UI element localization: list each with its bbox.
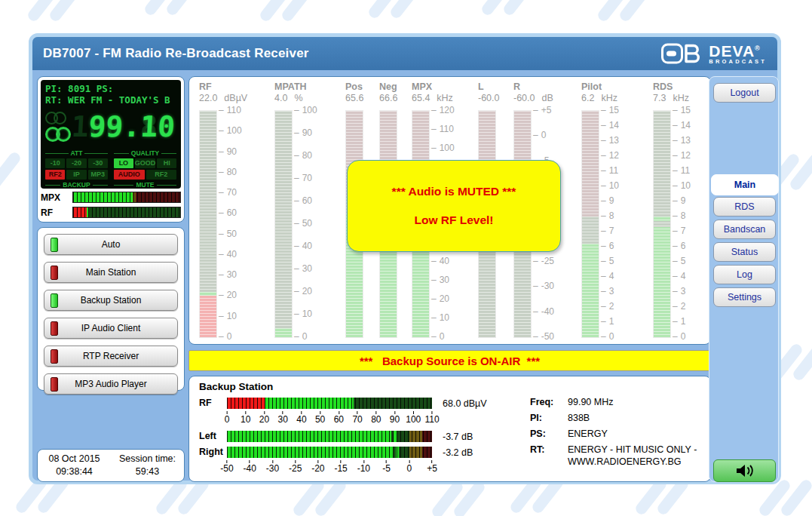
meter-label: L xyxy=(478,81,500,92)
meter-tick: –0 xyxy=(673,331,685,342)
meter-tick: –8 xyxy=(673,210,685,221)
meter-bar xyxy=(274,110,293,338)
meter-tick: –110 xyxy=(431,124,454,134)
indicator-row: AUDIORF2 xyxy=(114,170,176,180)
meter-value: 65.4kHz xyxy=(412,93,453,103)
source-button-ip-audio-client[interactable]: IP Audio Client xyxy=(44,318,178,339)
meter-tick: –0 xyxy=(431,331,444,342)
tab-log[interactable]: Log xyxy=(713,265,776,284)
indicator-ip: IP xyxy=(66,170,86,180)
indicator-row: RF2IPMP3 xyxy=(45,170,108,180)
meter-tick: –70 xyxy=(294,173,312,183)
meter-tick: –-50 xyxy=(533,331,554,342)
source-button-main-station[interactable]: Main Station xyxy=(44,262,178,283)
indicator-audio: AUDIO xyxy=(114,170,145,180)
backup-scale-tick: 100 xyxy=(406,411,421,424)
indicator-lo: LO xyxy=(114,158,133,168)
lcd-rt-line: RT: WER FM - TODAY'S B xyxy=(45,94,176,106)
backup-scale: -50-40-30-25-20-15-10-50+5 xyxy=(227,460,432,474)
source-button-label: Auto xyxy=(102,239,121,250)
backup-info-label: PS: xyxy=(530,428,566,440)
meter-bar xyxy=(653,110,671,338)
audio-muted-dialog: *** Audio is MUTED *** Low RF Level! xyxy=(347,160,561,252)
backup-info-label: RT: xyxy=(530,444,566,468)
meter-tick: –30 xyxy=(294,263,312,274)
page: DB7007 - FM Radio Re-Broadcast Receiver … xyxy=(0,0,812,516)
backup-scale-tick: 50 xyxy=(315,411,325,424)
lcd-mini-meters: MPXRF xyxy=(41,192,181,218)
meter-scale: –15–14–13–12–11–10–9–8–7–6–5–4–3–2–1–0 xyxy=(673,110,707,336)
backup-scale-tick: +5 xyxy=(427,460,437,473)
meter-pilot: Pilot6.2kHz–15–14–13–12–11–10–9–8–7–6–5–… xyxy=(581,81,617,103)
meter-mpath: MPATH4.0%–100–90–80–70–60–50–40–30–20–10… xyxy=(274,81,307,103)
meter-tick: –7 xyxy=(673,226,685,236)
tab-settings[interactable]: Settings xyxy=(713,287,776,307)
led-red xyxy=(51,266,58,280)
meter-tick: –100 xyxy=(219,125,242,136)
meter-unit: % xyxy=(294,93,302,103)
backup-scale-tick: -15 xyxy=(334,460,347,473)
led-red xyxy=(51,321,58,336)
meter-label: MPATH xyxy=(274,81,307,92)
backup-row-value: -3.2 dB xyxy=(443,447,473,458)
backup-station-card: Backup Station Freq:99.90 MHzPI:838BPS:E… xyxy=(188,376,711,482)
listen-button[interactable] xyxy=(713,459,776,482)
meter-tick: –100 xyxy=(294,105,317,115)
led-green xyxy=(51,293,58,308)
source-button-label: IP Audio Client xyxy=(81,323,141,333)
source-button-auto[interactable]: Auto xyxy=(44,234,178,255)
meter-scale: –100–90–80–70–60–50–40–30–20–10–0 xyxy=(294,110,329,336)
backup-scale-tick: 20 xyxy=(259,411,269,424)
meter-tick: –13 xyxy=(601,135,619,146)
backup-info-value: ENERGY xyxy=(568,428,719,440)
meter-tick: –-30 xyxy=(533,281,554,291)
source-button-label: Main Station xyxy=(86,267,136,278)
app-window: DB7007 - FM Radio Re-Broadcast Receiver … xyxy=(29,33,781,484)
meter-tick: –15 xyxy=(673,105,691,115)
meter-value: 6.2kHz xyxy=(581,93,617,103)
tab-bandscan[interactable]: Bandscan xyxy=(713,220,776,239)
mini-meter-mpx: MPX xyxy=(41,192,181,203)
deva-watermark-icon xyxy=(781,341,812,401)
source-button-rtp-receiver[interactable]: RTP Receiver xyxy=(44,346,178,367)
dialog-line-1: *** Audio is MUTED *** xyxy=(392,185,516,198)
meter-value-number: 66.6 xyxy=(379,93,397,103)
meter-rf: RF22.0dBµV–110–100–90–80–70–60–50–40–30–… xyxy=(199,81,247,103)
backup-station-title: Backup Station xyxy=(199,381,273,392)
meter-label: Pos xyxy=(345,81,363,92)
tab-status[interactable]: Status xyxy=(713,242,776,262)
frequency-display: 188.88 99.10 xyxy=(70,107,178,146)
lcd-display: PI: 8091 PS: RT: WER FM - TODAY'S B 188.… xyxy=(41,80,181,189)
source-button-mp3-audio-player[interactable]: MP3 Audio Player xyxy=(44,373,178,395)
meter-pos: Pos65.6 xyxy=(345,81,363,103)
meter-tick: –12 xyxy=(673,150,691,161)
backup-scale-tick: -30 xyxy=(266,460,279,473)
meter-tick: –60 xyxy=(219,207,237,218)
brand-name: DEVA xyxy=(709,42,755,60)
logout-button[interactable]: Logout xyxy=(713,83,776,103)
indicator-rf2: RF2 xyxy=(45,170,65,180)
lcd-indicators: ATT-10-20-30RF2IPMP3BACKUPQUALITYLOGOODH… xyxy=(45,149,176,189)
meter-tick: –9 xyxy=(601,195,614,206)
source-button-backup-station[interactable]: Backup Station xyxy=(44,290,178,311)
tab-main[interactable]: Main xyxy=(711,174,779,195)
backup-scale-tick: 0 xyxy=(406,460,412,473)
backup-scale-tick: -25 xyxy=(289,460,302,473)
meter-tick: –10 xyxy=(673,180,691,191)
meter-tick: –7 xyxy=(601,226,614,236)
meter-value: 65.6 xyxy=(345,93,363,103)
tab-rds[interactable]: RDS xyxy=(713,197,776,217)
meter-neg: Neg66.6 xyxy=(379,81,397,103)
meter-tick: –10 xyxy=(219,311,237,321)
header-bar: DB7007 - FM Radio Re-Broadcast Receiver … xyxy=(32,37,777,70)
meter-value-number: -60.0 xyxy=(513,93,535,103)
meter-tick: –90 xyxy=(294,127,312,138)
meter-tick: –120 xyxy=(431,105,455,115)
meter-tick: –6 xyxy=(601,241,614,251)
meter-tick: –6 xyxy=(673,241,685,251)
indicator-good: GOOD xyxy=(135,158,156,168)
indicator-group-title: MUTE xyxy=(114,181,176,189)
meter-r: R-60.0dB–+5–0–-5–-10–-15–-20–-25–-30–-40… xyxy=(513,81,553,103)
meter-label: RDS xyxy=(653,81,689,92)
indicator-mp3: MP3 xyxy=(88,170,108,180)
